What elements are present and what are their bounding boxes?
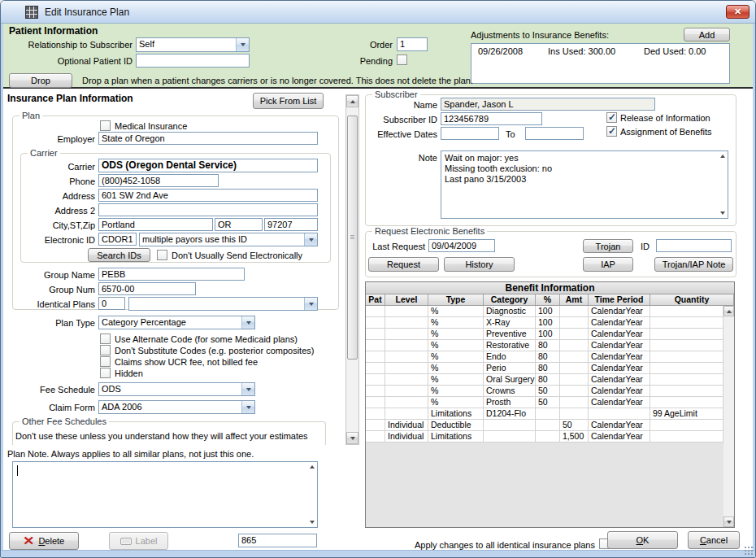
table-cell: % — [428, 386, 484, 396]
table-cell: 80 — [536, 374, 560, 385]
state-field[interactable]: OR — [215, 218, 263, 231]
relationship-select[interactable]: Self — [136, 37, 250, 52]
optional-patient-id-field[interactable] — [136, 54, 250, 68]
plan-panel-scrollbar[interactable] — [345, 94, 359, 445]
claim-form-label: Claim Form — [1, 403, 95, 413]
group-num-field[interactable]: 6570-00 — [98, 282, 196, 295]
pending-checkbox[interactable] — [397, 54, 407, 65]
to-label: To — [506, 129, 515, 140]
relationship-label: Relationship to Subscriber — [17, 40, 133, 50]
column-header[interactable]: Category — [484, 294, 536, 305]
claims-show-ucr-checkbox[interactable] — [100, 356, 111, 367]
iap-button[interactable]: IAP — [583, 257, 633, 272]
dont-substitute-codes-checkbox[interactable] — [100, 345, 111, 355]
search-ids-button[interactable]: Search IDs — [88, 248, 150, 262]
effective-to-field[interactable] — [525, 127, 584, 140]
drop-button[interactable]: Drop — [9, 73, 72, 88]
address2-field[interactable] — [98, 203, 318, 216]
table-row[interactable]: %Endo80CalendarYear — [366, 351, 734, 363]
address-field[interactable]: 601 SW 2nd Ave — [98, 189, 318, 202]
phone-field[interactable]: (800)452-1058 — [98, 174, 219, 187]
employer-field[interactable]: State of Oregon — [98, 132, 318, 145]
scroll-up-icon[interactable] — [720, 155, 725, 158]
column-header[interactable]: Level — [385, 294, 428, 305]
add-adjustment-button[interactable]: Add — [684, 28, 730, 41]
last-request-field[interactable]: 09/04/2009 — [428, 239, 495, 252]
table-cell — [650, 351, 723, 362]
identical-plans-field[interactable]: 0 — [98, 297, 125, 310]
carrier-field[interactable]: ODS (Oregon Dental Service) — [98, 159, 318, 172]
pick-from-list-button[interactable]: Pick From List — [253, 93, 324, 109]
scroll-down-icon[interactable] — [720, 211, 725, 215]
column-header[interactable]: Amt — [560, 294, 589, 305]
column-header[interactable]: Time Period — [589, 294, 650, 305]
scrollbar-thumb[interactable] — [347, 116, 358, 360]
dont-send-electronically-checkbox[interactable] — [157, 250, 167, 260]
plan-note-textarea[interactable] — [12, 461, 318, 528]
medical-insurance-checkbox[interactable] — [100, 120, 111, 131]
history-button[interactable]: History — [444, 257, 515, 272]
table-row[interactable]: %Preventive100CalendarYear — [366, 329, 734, 340]
group-name-field[interactable]: PEBB — [98, 268, 245, 281]
scroll-up-icon[interactable] — [310, 465, 315, 469]
payor-id-select[interactable]: multiple payors use this ID — [139, 233, 318, 246]
subscriber-note-textarea[interactable]: Wait on major: yes Missing tooth exclusi… — [441, 150, 728, 219]
benefit-information-table: Benefit Information PatLevelTypeCategory… — [365, 281, 735, 528]
subscriber-id-field[interactable]: 123456789 — [441, 112, 542, 125]
table-cell — [366, 397, 385, 408]
label-button[interactable]: Label — [109, 532, 168, 550]
column-header[interactable]: Type — [428, 294, 484, 305]
plan-type-select[interactable]: Category Percentage — [98, 316, 255, 329]
table-row[interactable]: %Prosth50CalendarYear — [366, 397, 734, 408]
chevron-down-icon — [304, 298, 317, 310]
trojan-iap-note-button[interactable]: Trojan/IAP Note — [654, 257, 733, 272]
close-button[interactable]: ✕ — [726, 5, 749, 19]
column-header[interactable]: Pat — [366, 294, 385, 305]
table-cell — [385, 329, 428, 339]
zip-field[interactable]: 97207 — [264, 218, 318, 231]
table-cell — [385, 374, 428, 385]
table-row[interactable]: LimitationsD1204-Flo99 AgeLimit — [366, 408, 734, 420]
cancel-button[interactable]: Cancel — [688, 531, 740, 549]
table-row[interactable]: IndividualLimitations1,500CalendarYear — [366, 431, 734, 442]
resize-grip[interactable] — [744, 546, 754, 556]
table-row[interactable]: %Diagnostic100CalendarYear — [366, 306, 734, 317]
scroll-down-icon[interactable] — [310, 521, 315, 524]
adjustments-listbox[interactable]: 09/26/2008 Ins Used: 300.00 Ded Used: 0.… — [471, 43, 730, 84]
ok-button[interactable]: OK — [607, 531, 678, 549]
column-header[interactable]: Quantity — [650, 294, 734, 305]
title-bar[interactable]: Edit Insurance Plan ✕ — [1, 1, 756, 24]
plan-number-field[interactable]: 865 — [238, 534, 317, 547]
delete-button[interactable]: ✕ Delete — [9, 532, 79, 550]
hidden-checkbox[interactable] — [100, 368, 111, 378]
table-row[interactable]: %Perio80CalendarYear — [366, 363, 734, 374]
chevron-down-icon — [236, 38, 249, 51]
effective-from-field[interactable] — [441, 127, 499, 140]
order-field[interactable]: 1 — [397, 37, 428, 51]
drop-description: Drop a plan when a patient changes carri… — [82, 76, 473, 86]
table-row[interactable]: %Oral Surgery80CalendarYear — [366, 374, 734, 386]
release-of-information-checkbox[interactable] — [606, 112, 617, 123]
use-alternate-code-checkbox[interactable] — [100, 333, 111, 344]
trojan-id-field[interactable] — [656, 239, 732, 252]
column-header[interactable]: % — [536, 294, 560, 305]
request-button[interactable]: Request — [368, 257, 439, 272]
table-row[interactable]: %X-Ray100CalendarYear — [366, 317, 734, 329]
trojan-button[interactable]: Trojan — [583, 239, 633, 253]
table-cell — [385, 386, 428, 396]
table-row[interactable]: IndividualDeductible50CalendarYear — [366, 420, 734, 431]
claim-form-select[interactable]: ADA 2006 — [98, 400, 255, 414]
scroll-up-icon[interactable] — [723, 306, 734, 316]
table-row[interactable]: %Crowns50CalendarYear — [366, 386, 734, 397]
dont-send-electronically-label: Don't Usually Send Electronically — [172, 251, 302, 261]
scroll-down-icon[interactable] — [723, 517, 734, 527]
identical-plans-select[interactable] — [128, 297, 318, 311]
assignment-of-benefits-checkbox[interactable] — [606, 126, 617, 137]
scroll-down-icon[interactable] — [346, 432, 358, 444]
city-field[interactable]: Portland — [98, 218, 213, 231]
fee-schedule-label: Fee Schedule — [1, 385, 95, 395]
benefit-table-scrollbar[interactable] — [723, 306, 734, 527]
fee-schedule-select[interactable]: ODS — [98, 382, 255, 396]
table-row[interactable]: %Restorative80CalendarYear — [366, 340, 734, 351]
electronic-id-field[interactable]: CDOR1 — [98, 233, 137, 246]
